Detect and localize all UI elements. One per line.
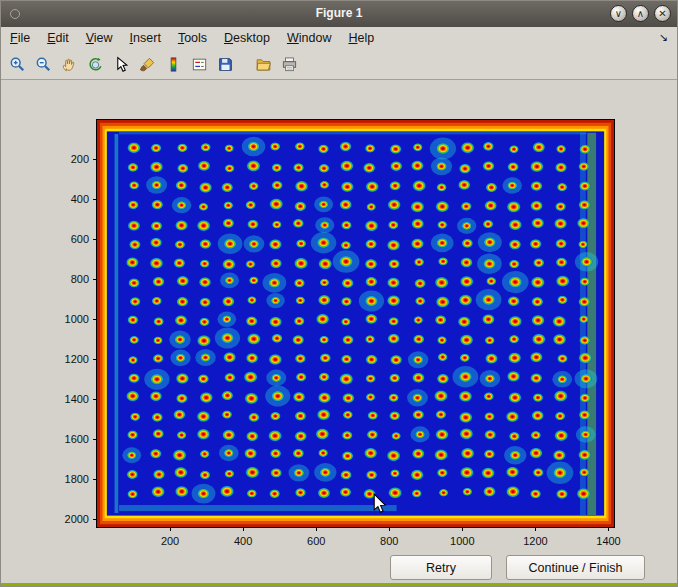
toolbar-open-file-button[interactable] [252,53,275,76]
menu-window[interactable]: Window [287,31,331,45]
y-tick-mark [93,359,97,360]
figure-canvas: 2004006008001000120014002004006008001000… [1,81,677,583]
menu-desktop[interactable]: Desktop [224,31,270,45]
y-tick-mark [93,519,97,520]
toolbar [1,49,677,80]
menu-help[interactable]: Help [348,31,374,45]
figure-window: Figure 1 ∨ ∧ ✕ FileEditViewInsertToolsDe… [0,0,678,587]
x-tick-mark [389,527,390,531]
y-tick-mark [93,439,97,440]
brush-icon [139,56,156,73]
window-title: Figure 1 [1,6,677,20]
microarray-image[interactable] [97,120,614,527]
y-tick-mark [93,239,97,240]
pan-icon [61,56,78,73]
menu-overflow-icon[interactable]: ↘ [659,31,668,44]
y-tick-label: 800 [53,273,89,285]
y-tick-label: 1000 [53,313,89,325]
toolbar-zoom-in-button[interactable] [6,53,29,76]
zoom-out-icon [35,56,52,73]
toolbar-print-figure-button[interactable] [278,53,301,76]
x-tick-label: 200 [148,535,192,547]
y-tick-mark [93,479,97,480]
toolbar-insert-legend-button[interactable] [188,53,211,76]
toolbar-zoom-out-button[interactable] [32,53,55,76]
print-figure-icon [281,56,298,73]
y-tick-label: 1800 [53,473,89,485]
toolbar-separator [240,53,249,76]
menubar: FileEditViewInsertToolsDesktopWindowHelp [1,27,677,49]
y-tick-mark [93,279,97,280]
axes: 2004006008001000120014002004006008001000… [96,119,615,528]
x-tick-mark [462,527,463,531]
open-file-icon [255,56,272,73]
titlebar[interactable]: Figure 1 ∨ ∧ ✕ [1,1,677,28]
y-tick-label: 1400 [53,393,89,405]
y-tick-mark [93,159,97,160]
save-figure-icon [217,56,234,73]
y-tick-label: 2000 [53,513,89,525]
colorbar-icon [165,56,182,73]
menu-insert[interactable]: Insert [130,31,161,45]
x-tick-label: 800 [367,535,411,547]
toolbar-data-cursor-button[interactable] [110,53,133,76]
y-tick-mark [93,319,97,320]
data-cursor-icon [113,56,130,73]
zoom-in-icon [9,56,26,73]
x-tick-mark [243,527,244,531]
rotate-3d-icon [87,56,104,73]
toolbar-brush-button[interactable] [136,53,159,76]
y-tick-mark [93,399,97,400]
mouse-cursor [373,493,387,515]
y-tick-label: 1200 [53,353,89,365]
toolbar-save-figure-button[interactable] [214,53,237,76]
x-tick-label: 600 [294,535,338,547]
y-tick-label: 600 [53,233,89,245]
maximize-button[interactable]: ∧ [632,5,649,22]
x-tick-label: 1000 [440,535,484,547]
insert-legend-icon [191,56,208,73]
retry-button[interactable]: Retry [390,555,492,580]
desktop-strip [1,583,677,586]
toolbar-pan-button[interactable] [58,53,81,76]
minimize-button[interactable]: ∨ [610,5,627,22]
x-tick-label: 1200 [513,535,557,547]
close-button[interactable]: ✕ [654,5,671,22]
x-tick-mark [535,527,536,531]
y-tick-mark [93,199,97,200]
menu-view[interactable]: View [86,31,113,45]
window-controls: ∨ ∧ ✕ [610,5,671,22]
y-tick-label: 200 [53,153,89,165]
toolbar-colorbar-button[interactable] [162,53,185,76]
continue-finish-button[interactable]: Continue / Finish [506,555,645,580]
x-tick-mark [170,527,171,531]
menu-tools[interactable]: Tools [178,31,207,45]
x-tick-mark [316,527,317,531]
y-tick-label: 1600 [53,433,89,445]
menu-edit[interactable]: Edit [47,31,69,45]
y-tick-label: 400 [53,193,89,205]
toolbar-rotate-3d-button[interactable] [84,53,107,76]
x-tick-label: 400 [221,535,265,547]
x-tick-mark [608,527,609,531]
menu-file[interactable]: File [10,31,30,45]
x-tick-label: 1400 [587,535,631,547]
